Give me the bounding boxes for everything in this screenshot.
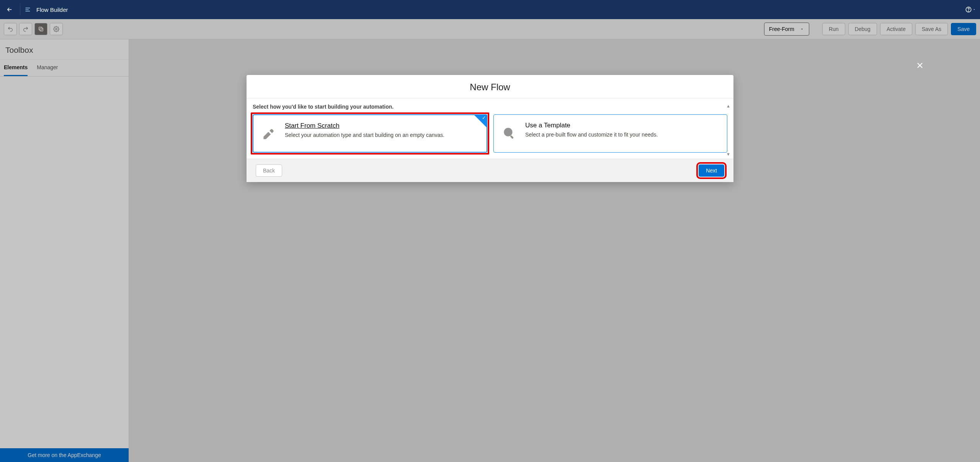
- back-button[interactable]: [3, 3, 16, 16]
- app-title: Flow Builder: [36, 7, 68, 13]
- activate-button[interactable]: Activate: [880, 23, 912, 35]
- option-row: ✓ Start From Scratch Select your automat…: [253, 114, 727, 153]
- save-as-button[interactable]: Save As: [915, 23, 948, 35]
- option-desc: Select your automation type and start bu…: [285, 132, 444, 138]
- template-icon: [501, 125, 517, 141]
- back-button[interactable]: Back: [256, 164, 282, 177]
- scratch-icon: [260, 125, 276, 141]
- save-button[interactable]: Save: [951, 23, 976, 35]
- debug-button[interactable]: Debug: [848, 23, 877, 35]
- svg-point-1: [968, 11, 969, 11]
- app-header: Flow Builder: [0, 0, 980, 19]
- modal-footer: Back Next: [247, 159, 733, 182]
- layout-mode-label: Free-Form: [769, 26, 794, 32]
- scroll-up-icon[interactable]: ▲: [726, 104, 730, 108]
- tab-elements[interactable]: Elements: [4, 60, 28, 76]
- run-button[interactable]: Run: [822, 23, 845, 35]
- svg-rect-2: [40, 28, 43, 31]
- modal-title: New Flow: [247, 75, 733, 98]
- option-title: Start From Scratch: [285, 122, 444, 130]
- sidebar-body: [0, 76, 129, 448]
- scroll-down-icon[interactable]: ▼: [726, 152, 730, 156]
- header-divider: [20, 3, 20, 16]
- action-group: Run Debug Activate Save As Save: [822, 23, 976, 35]
- chevron-down-icon: [973, 8, 976, 11]
- chevron-down-icon: [800, 27, 804, 31]
- help-button[interactable]: [964, 3, 977, 16]
- duplicate-icon: [38, 26, 44, 32]
- svg-point-5: [504, 128, 512, 136]
- close-icon: [915, 61, 924, 70]
- copy-button[interactable]: [34, 23, 47, 35]
- undo-icon: [7, 26, 13, 32]
- arrow-left-icon: [6, 6, 13, 13]
- option-start-from-scratch[interactable]: ✓ Start From Scratch Select your automat…: [253, 114, 487, 153]
- close-button[interactable]: [913, 59, 926, 72]
- new-flow-modal: New Flow ▲ Select how you'd like to star…: [247, 75, 733, 182]
- settings-button[interactable]: [50, 23, 63, 35]
- modal-body: ▲ Select how you'd like to start buildin…: [247, 98, 733, 159]
- sidebar-title: Toolbox: [0, 39, 129, 59]
- help-icon: [965, 6, 972, 13]
- option-desc: Select a pre-built flow and customize it…: [525, 132, 658, 138]
- undo-button[interactable]: [4, 23, 17, 35]
- toolbar: Free-Form Run Debug Activate Save As Sav…: [0, 19, 980, 39]
- sidebar-tabs: Elements Manager: [0, 59, 129, 76]
- checkmark-icon: ✓: [482, 115, 486, 120]
- redo-button[interactable]: [19, 23, 32, 35]
- sidebar: Toolbox Elements Manager Get more on the…: [0, 39, 129, 462]
- next-button[interactable]: Next: [699, 164, 724, 177]
- redo-icon: [23, 26, 29, 32]
- option-title: Use a Template: [525, 122, 658, 129]
- sidebar-appexchange-link[interactable]: Get more on the AppExchange: [0, 448, 129, 462]
- svg-rect-6: [510, 135, 514, 139]
- option-use-template[interactable]: Use a Template Select a pre-built flow a…: [493, 114, 727, 153]
- flow-builder-icon: [24, 5, 33, 14]
- gear-icon: [53, 26, 59, 32]
- layout-mode-select[interactable]: Free-Form: [764, 23, 809, 36]
- svg-rect-3: [39, 27, 42, 30]
- svg-point-4: [56, 28, 57, 30]
- modal-instruction: Select how you'd like to start building …: [253, 104, 727, 110]
- tab-manager[interactable]: Manager: [37, 60, 58, 76]
